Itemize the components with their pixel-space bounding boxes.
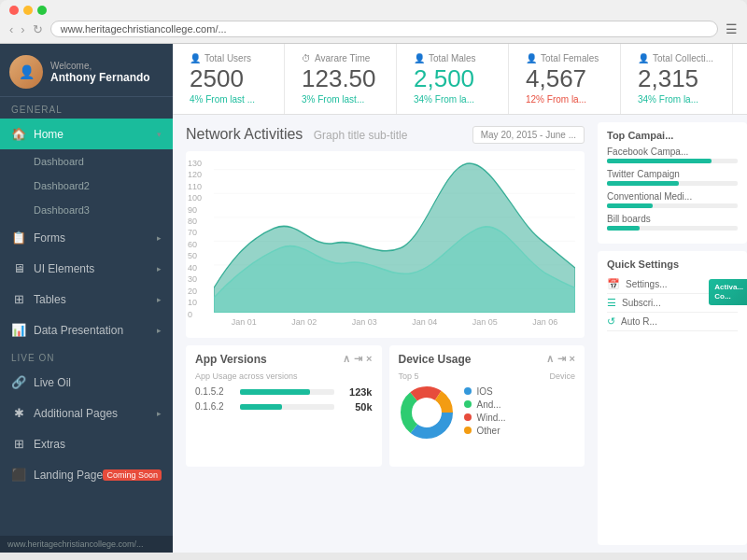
live-oil-label: Live Oil bbox=[34, 376, 71, 389]
browser-chrome: ‹ › ↻ www.heritagechristiancollege.com/.… bbox=[0, 0, 747, 44]
address-bar-row: ‹ › ↻ www.heritagechristiancollege.com/.… bbox=[9, 21, 738, 43]
avatar: 👤 bbox=[9, 55, 43, 89]
campaign-tw-bar-bg bbox=[607, 181, 738, 186]
qs-item-auto[interactable]: ↺ Auto R... bbox=[607, 313, 738, 331]
sidebar-item-additional-pages[interactable]: ✱ Additional Pages ▸ bbox=[0, 398, 173, 428]
tables-label: Tables bbox=[34, 293, 66, 306]
stat-value-females: 4,567 bbox=[526, 65, 603, 92]
stat-label-users: 👤 Total Users bbox=[190, 53, 267, 63]
extras-icon: ⊞ bbox=[11, 437, 26, 451]
device-legend: IOS And... Wind... bbox=[464, 386, 506, 439]
url-display: www.heritagechristiancollege.com/... bbox=[0, 536, 173, 553]
stat-avarare-time: ⏱ Avarare Time 123.50 3% From last... bbox=[285, 44, 397, 114]
quick-settings: Quick Settings 📅 Settings... ☰ Subscri..… bbox=[598, 251, 747, 545]
stats-bar: 👤 Total Users 2500 4% From last ... ⏱ Av… bbox=[173, 44, 747, 115]
stat-change-collection: 34% From la... bbox=[638, 94, 715, 105]
app-versions-subtitle: App Usage across versions bbox=[195, 371, 373, 381]
extras-label: Extras bbox=[34, 438, 65, 451]
campaign-fb-bar-bg bbox=[607, 159, 738, 163]
section-live-label: LIVE ON bbox=[0, 345, 173, 367]
ios-dot bbox=[464, 387, 472, 395]
stat-value-time: 123.50 bbox=[302, 65, 379, 92]
males-icon: 👤 bbox=[414, 53, 425, 63]
stat-total-males: 👤 Total Males 2,500 34% From la... bbox=[397, 44, 509, 114]
sidebar-item-ui-elements[interactable]: 🖥 UI Elements ▸ bbox=[0, 253, 173, 284]
stat-change-users: 4% From last ... bbox=[190, 94, 267, 105]
campaigns-title: Top Campai... bbox=[607, 130, 738, 141]
panel-actions: ∧ ⇥ × bbox=[343, 353, 372, 365]
other-dot bbox=[464, 427, 472, 434]
forward-button[interactable]: › bbox=[21, 22, 24, 36]
donut-chart bbox=[399, 385, 455, 441]
network-title: Network Activities bbox=[186, 126, 303, 142]
home-label: Home bbox=[34, 128, 63, 141]
stat-label-females: 👤 Total Females bbox=[526, 53, 603, 63]
stat-label-collection: 👤 Total Collecti... bbox=[638, 53, 715, 63]
chevron-icon4: ▸ bbox=[157, 326, 162, 335]
campaign-conventional: Conventional Medi... bbox=[607, 191, 738, 208]
device-row-android: And... bbox=[464, 399, 506, 410]
sidebar-item-live-oil[interactable]: 🔗 Live Oil bbox=[0, 367, 173, 398]
device-usage-panel: Device Usage ∧ ⇥ × Top 5 Device bbox=[389, 345, 585, 467]
close-button[interactable] bbox=[9, 6, 19, 15]
sidebar-item-dashboard3[interactable]: Dashboard3 bbox=[0, 198, 173, 222]
live-oil-icon: 🔗 bbox=[11, 375, 26, 389]
additional-pages-label: Additional Pages bbox=[34, 407, 118, 420]
bottom-panels: App Versions ∧ ⇥ × App Usage across vers… bbox=[186, 345, 585, 467]
campaign-conv-name: Conventional Medi... bbox=[607, 191, 738, 202]
sidebar-item-home[interactable]: 🏠 Home ▾ bbox=[0, 119, 173, 149]
version-row-1: 0.1.5.2 123k bbox=[195, 386, 373, 398]
campaign-tw-bar bbox=[607, 181, 679, 186]
data-icon: 📊 bbox=[11, 323, 26, 337]
stat-value-users: 2500 bbox=[190, 65, 267, 92]
minimize-button[interactable] bbox=[23, 6, 33, 15]
sidebar-item-extras[interactable]: ⊞ Extras bbox=[0, 428, 173, 459]
users-icon: 👤 bbox=[190, 53, 201, 63]
stat-value-males: 2,500 bbox=[414, 65, 491, 92]
landing-icon: ⬛ bbox=[11, 468, 26, 482]
device-panel-actions: ∧ ⇥ × bbox=[546, 353, 575, 365]
network-subtitle: Graph title sub-title bbox=[314, 129, 408, 142]
date-badge[interactable]: May 20, 2015 - June ... bbox=[472, 126, 585, 144]
chevron-icon3: ▸ bbox=[157, 295, 162, 304]
additional-pages-icon: ✱ bbox=[11, 406, 26, 420]
qs-settings-label: Settings... bbox=[626, 279, 667, 289]
tables-icon: ⊞ bbox=[11, 292, 26, 306]
version-count-1: 123k bbox=[340, 386, 373, 398]
chart-y-labels: 0 10 20 30 40 50 60 70 80 90 100 110 120… bbox=[188, 159, 202, 319]
sidebar-footer: www.heritagechristiancollege.com/... bbox=[0, 536, 173, 553]
chart-svg bbox=[214, 159, 575, 313]
campaign-fb-name: Facebook Campa... bbox=[607, 147, 738, 157]
settings-icon: 📅 bbox=[607, 278, 620, 290]
device-row-other: Other bbox=[464, 426, 506, 436]
app-versions-title: App Versions ∧ ⇥ × bbox=[195, 353, 373, 366]
back-button[interactable]: ‹ bbox=[9, 22, 13, 36]
auto-icon: ↺ bbox=[607, 315, 615, 328]
donut-container: IOS And... Wind... bbox=[399, 385, 576, 441]
sidebar-item-dashboard2[interactable]: Dashboard2 bbox=[0, 174, 173, 198]
campaign-billboards: Bill boards bbox=[607, 214, 738, 231]
version-count-2: 50k bbox=[340, 401, 373, 413]
sidebar-item-data-presentation[interactable]: 📊 Data Presentation ▸ bbox=[0, 315, 173, 345]
device-usage-title: Device Usage ∧ ⇥ × bbox=[399, 353, 576, 366]
sidebar-item-forms[interactable]: 📋 Forms ▸ bbox=[0, 222, 173, 253]
maximize-button[interactable] bbox=[37, 6, 47, 15]
stat-total-females: 👤 Total Females 4,567 12% From la... bbox=[509, 44, 621, 114]
main-panel: Network Activities Graph title sub-title… bbox=[173, 115, 598, 553]
stat-label-time: ⏱ Avarare Time bbox=[302, 53, 379, 63]
app-versions-panel: App Versions ∧ ⇥ × App Usage across vers… bbox=[186, 345, 382, 467]
forms-label: Forms bbox=[34, 231, 65, 245]
top-campaigns: Top Campai... Facebook Campa... Twitter … bbox=[598, 122, 747, 244]
main-content: 👤 Total Users 2500 4% From last ... ⏱ Av… bbox=[173, 44, 747, 553]
chart-x-labels: Jan 01 Jan 02 Jan 03 Jan 04 Jan 05 Jan 0… bbox=[214, 317, 575, 327]
forms-icon: 📋 bbox=[11, 231, 26, 245]
campaign-facebook: Facebook Campa... bbox=[607, 147, 738, 163]
landing-label: Landing Page bbox=[34, 469, 103, 482]
active-badge: Activa...Co... bbox=[709, 279, 747, 306]
refresh-button[interactable]: ↻ bbox=[33, 22, 43, 36]
sidebar-item-tables[interactable]: ⊞ Tables ▸ bbox=[0, 284, 173, 315]
sidebar-item-landing-page[interactable]: ⬛ Landing Page Coming Soon bbox=[0, 459, 173, 490]
address-input[interactable]: www.heritagechristiancollege.com/... bbox=[50, 21, 718, 37]
sidebar-item-dashboard[interactable]: Dashboard bbox=[0, 149, 173, 174]
ui-icon: 🖥 bbox=[11, 261, 26, 275]
